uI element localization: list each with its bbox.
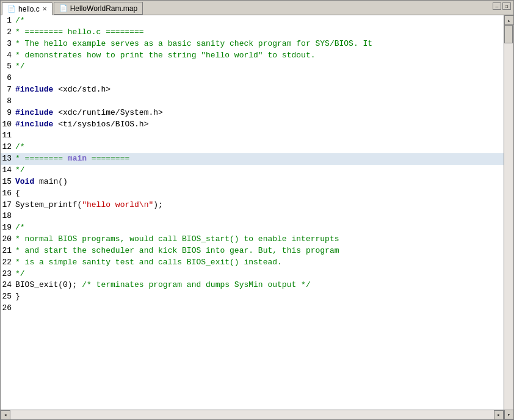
editor-empty-space: [1, 314, 504, 410]
linecontent-15: Void main(): [15, 176, 504, 188]
line-13: 13 * ======== main ========: [1, 153, 504, 165]
line-12: 12 /*: [1, 142, 504, 153]
line-3: 3 * The hello example serves as a basic …: [1, 38, 504, 50]
linenum-5: 5: [1, 61, 15, 73]
line-4: 4 * demonstrates how to print the string…: [1, 50, 504, 62]
line-8: 8: [1, 96, 504, 107]
line-10: 10 #include <ti/sysbios/BIOS.h>: [1, 119, 504, 131]
linenum-22: 22: [1, 257, 15, 269]
window-controls: — ❐: [493, 2, 511, 10]
linenum-24: 24: [1, 280, 15, 291]
linecontent-14: */: [15, 165, 504, 176]
line-11: 11: [1, 130, 504, 142]
minimize-button[interactable]: —: [493, 2, 501, 10]
line-26: 26: [1, 303, 504, 314]
scroll-down-button[interactable]: ▾: [504, 410, 514, 419]
tab-close-hello-c[interactable]: ✕: [42, 5, 47, 12]
linenum-11: 11: [1, 130, 15, 142]
line-6: 6: [1, 73, 504, 84]
linenum-16: 16: [1, 188, 15, 200]
file-icon: 📄: [7, 5, 16, 13]
linenum-1: 1: [1, 15, 15, 27]
code-editor[interactable]: 1 /* 2 * ======== hello.c ======== 3 * T…: [1, 15, 504, 410]
linenum-23: 23: [1, 269, 15, 280]
line-17: 17 System_printf("hello world\n");: [1, 200, 504, 211]
line-25: 25 }: [1, 291, 504, 303]
linenum-7: 7: [1, 84, 15, 96]
line-7: 7 #include <xdc/std.h>: [1, 84, 504, 96]
linecontent-2: * ======== hello.c ========: [15, 27, 504, 38]
linenum-26: 26: [1, 303, 15, 314]
linecontent-19: /*: [15, 222, 504, 234]
linenum-17: 17: [1, 200, 15, 211]
linecontent-23: */: [15, 269, 504, 280]
linecontent-12: /*: [15, 142, 504, 153]
tab-hello-c[interactable]: 📄 hello.c ✕: [2, 2, 52, 15]
linecontent-10: #include <ti/sysbios/BIOS.h>: [15, 119, 504, 131]
linenum-15: 15 ⊟: [1, 176, 15, 188]
linenum-9: 9: [1, 107, 15, 119]
map-file-icon: 📄: [59, 4, 68, 12]
linenum-6: 6: [1, 73, 15, 84]
editor-main: 1 /* 2 * ======== hello.c ======== 3 * T…: [1, 15, 513, 419]
line-5: 5 */: [1, 61, 504, 73]
linenum-4: 4: [1, 50, 15, 62]
linecontent-24: BIOS_exit(0); /* terminates program and …: [15, 280, 504, 291]
linecontent-4: * demonstrates how to print the string "…: [15, 50, 504, 62]
vertical-scrollbar[interactable]: ▴ ▾: [504, 15, 513, 419]
scroll-thumb[interactable]: [504, 25, 513, 43]
linecontent-6: [15, 73, 504, 84]
line-16: 16 {: [1, 188, 504, 200]
scroll-h-track[interactable]: [10, 410, 494, 419]
linecontent-11: [15, 130, 504, 142]
linecontent-13: * ======== main ========: [15, 153, 504, 165]
linenum-20: 20: [1, 234, 15, 245]
linecontent-22: * is a simple sanity test and calls BIOS…: [15, 257, 504, 269]
line-24: 24 BIOS_exit(0); /* terminates program a…: [1, 280, 504, 291]
linenum-14: 14: [1, 165, 15, 176]
linecontent-25: }: [15, 291, 504, 303]
linecontent-8: [15, 96, 504, 107]
scroll-right-button[interactable]: ▸: [494, 410, 504, 420]
linecontent-9: #include <xdc/runtime/System.h>: [15, 107, 504, 119]
linenum-21: 21: [1, 245, 15, 257]
code-container: 1 /* 2 * ======== hello.c ======== 3 * T…: [1, 15, 504, 419]
linenum-13: 13: [1, 153, 15, 165]
linenum-8: 8: [1, 96, 15, 107]
line-15: 15 ⊟ Void main(): [1, 176, 504, 188]
linecontent-26: [15, 303, 504, 314]
scroll-v-track[interactable]: [504, 25, 513, 410]
linecontent-20: * normal BIOS programs, would call BIOS_…: [15, 234, 504, 245]
linenum-25: 25: [1, 291, 15, 303]
line-2: 2 * ======== hello.c ========: [1, 27, 504, 38]
scroll-up-button[interactable]: ▴: [504, 15, 514, 25]
tab-helloworld-map[interactable]: 📄 HelloWorldRam.map: [54, 2, 143, 15]
linenum-19: 19: [1, 222, 15, 234]
line-23: 23 */: [1, 269, 504, 280]
linenum-12: 12: [1, 142, 15, 153]
linenum-18: 18: [1, 211, 15, 222]
line-21: 21 * and start the scheduler and kick BI…: [1, 245, 504, 257]
linecontent-5: */: [15, 61, 504, 73]
line-19: 19 /*: [1, 222, 504, 234]
linenum-3: 3: [1, 38, 15, 50]
line-1: 1 /*: [1, 15, 504, 27]
tab-helloworld-map-label: HelloWorldRam.map: [70, 4, 137, 13]
horizontal-scrollbar[interactable]: ◂ ▸: [1, 410, 504, 419]
scroll-left-button[interactable]: ◂: [1, 410, 10, 420]
line-20: 20 * normal BIOS programs, would call BI…: [1, 234, 504, 245]
linecontent-7: #include <xdc/std.h>: [15, 84, 504, 96]
linecontent-1: /*: [15, 15, 504, 27]
restore-button[interactable]: ❐: [502, 2, 511, 10]
tab-hello-c-label: hello.c: [18, 5, 40, 13]
line-18: 18: [1, 211, 504, 222]
line-9: 9 #include <xdc/runtime/System.h>: [1, 107, 504, 119]
window-frame: 📄 hello.c ✕ 📄 HelloWorldRam.map — ❐ 1: [0, 0, 514, 420]
linenum-2: 2: [1, 27, 15, 38]
linecontent-21: * and start the scheduler and kick BIOS …: [15, 245, 504, 257]
linecontent-18: [15, 211, 504, 222]
linecontent-16: {: [15, 188, 504, 200]
linecontent-3: * The hello example serves as a basic sa…: [15, 38, 504, 50]
linecontent-17: System_printf("hello world\n");: [15, 200, 504, 211]
line-22: 22 * is a simple sanity test and calls B…: [1, 257, 504, 269]
